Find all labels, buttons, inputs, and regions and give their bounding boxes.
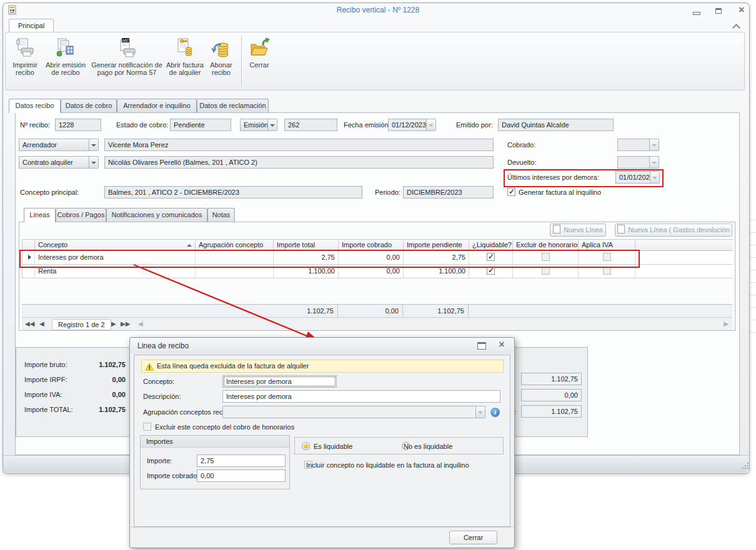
aplica-iva-checkbox[interactable] (603, 267, 611, 275)
nueva-linea-button[interactable]: Nueva Línea (550, 223, 606, 237)
restore-button[interactable] (712, 6, 726, 16)
nav-prev-icon[interactable]: ◀ (39, 318, 44, 330)
ribbon-button-label: Abrir factura de alquiler (164, 61, 206, 76)
tab-notas[interactable]: Notas (207, 208, 235, 222)
ultimos-intereses-field[interactable]: 01/01/2024 (615, 171, 650, 184)
cobrado-arrow[interactable] (649, 139, 659, 151)
header-cell-liquidable[interactable]: ¿Liquidable? (469, 239, 513, 251)
cobrado-field[interactable] (617, 139, 650, 151)
liquidable-radio-group: Es liquidable No es liquidable (294, 437, 504, 454)
minimize-button[interactable] (690, 6, 704, 16)
dlg-agrupacion-combo[interactable] (222, 406, 476, 418)
emision-numero-field[interactable]: 262 (284, 119, 337, 131)
tab-arrendador-inquilino[interactable]: Arrendador e inquilino (117, 99, 197, 112)
cell-importe-pendiente[interactable]: 2,75 (404, 251, 469, 265)
tab-notificaciones[interactable]: Notificaciones y comunicados (106, 208, 207, 222)
excluir-honorarios-checkbox[interactable] (542, 267, 550, 275)
num-recibo-label: Nº recibo: (20, 119, 50, 131)
print-receipt-icon (11, 37, 39, 60)
header-cell-aplica-iva[interactable]: Aplica IVA (579, 239, 635, 251)
fecha-emision-field[interactable]: 01/12/2023 (388, 119, 427, 131)
header-cell-importe-pendiente[interactable]: Importe pendiente (404, 239, 469, 251)
info-icon[interactable]: i (490, 408, 500, 417)
tab-datos-recibo[interactable]: Datos recibo (9, 99, 61, 113)
contrato-combo-arrow[interactable] (89, 156, 99, 169)
devuelto-field[interactable] (617, 156, 650, 169)
nav-last-icon[interactable]: ▶▶ (121, 318, 130, 330)
cell-agrupacion[interactable] (196, 251, 274, 265)
arrendador-combo-arrow[interactable] (89, 139, 99, 151)
header-cell-importe-cobrado[interactable]: Importe cobrado (339, 239, 404, 251)
generar-factura-label: Generar factura al inquilino (519, 186, 601, 199)
importe-iva-label: Importe IVA: (24, 388, 62, 401)
header-cell-concepto[interactable]: Concepto (35, 239, 196, 251)
emitido-por-field[interactable]: David Quintas Alcalde (498, 119, 614, 131)
estado-cobro-field[interactable]: Pendiente (170, 119, 231, 131)
cell-agrupacion[interactable] (196, 265, 274, 278)
cell-importe-total[interactable]: 2,75 (274, 251, 339, 265)
liquidable-checkbox[interactable] (487, 253, 495, 261)
arrendador-combo[interactable]: Arrendador (19, 139, 89, 151)
dialog-titlebar[interactable]: Linea de recibo (131, 338, 514, 354)
dlg-excluir-checkbox[interactable] (143, 423, 151, 431)
cell-importe-pendiente[interactable]: 1.100,00 (404, 265, 469, 278)
grid-row-renta[interactable]: Renta 1.100,00 0,00 1.100,00 (22, 265, 733, 278)
dlg-importe-field[interactable]: 2,75 (197, 454, 286, 467)
tab-datos-de-cobro[interactable]: Datos de cobro (61, 99, 117, 112)
ribbon-tab-principal[interactable]: Principal (9, 19, 54, 33)
periodo-field[interactable]: DICIEMBRE/2023 (403, 186, 494, 199)
dlg-concepto-field[interactable]: Intereses por demora (222, 375, 337, 388)
ribbon-button-imprimir-recibo[interactable]: Imprimir recibo (11, 36, 39, 86)
header-cell-excluir-honorarios[interactable]: Excluir de honorarios (513, 239, 579, 251)
dlg-importe-cobrado-field[interactable]: 0,00 (197, 469, 286, 482)
excluir-honorarios-checkbox[interactable] (542, 253, 550, 261)
scroll-left-icon[interactable]: ◀ (138, 318, 143, 330)
cell-importe-cobrado[interactable]: 0,00 (339, 265, 404, 278)
ribbon-button-cerrar[interactable]: Cerrar (246, 36, 273, 86)
arrendador-field[interactable]: Vicente Mora Perez (104, 139, 494, 151)
num-recibo-field[interactable]: 1228 (55, 119, 101, 131)
nav-first-icon[interactable]: ◀◀ (25, 318, 34, 330)
nav-next-icon[interactable]: ▶ (111, 318, 116, 330)
nueva-linea-gastos-button[interactable]: Nueva Línea ( Gastos devolución ) (615, 223, 732, 237)
cell-importe-cobrado[interactable]: 0,00 (339, 251, 404, 265)
header-cell-agrupacion[interactable]: Agrupación concepto (196, 239, 274, 251)
header-cell-importe-total[interactable]: Importe total (274, 239, 339, 251)
liquidable-checkbox[interactable] (487, 267, 495, 275)
tab-lineas[interactable]: Lineas (24, 208, 56, 222)
ribbon-button-abonar-recibo[interactable]: Abonar recibo (207, 36, 236, 86)
grid-row-intereses[interactable]: Intereses por demora 2,75 0,00 2,75 (22, 251, 733, 265)
importe-total-label: Importe TOTAL: (24, 403, 73, 416)
cell-importe-total[interactable]: 1.100,00 (274, 265, 339, 278)
cell-concepto[interactable]: Intereses por demora (35, 251, 196, 265)
dlg-agrupacion-arrow[interactable] (475, 406, 485, 418)
emitido-por-label: Emitido por: (456, 119, 493, 131)
emision-combo[interactable]: Emisión (240, 119, 268, 131)
dialog-close-icon[interactable] (496, 340, 507, 350)
resize-grip[interactable] (742, 468, 744, 469)
ribbon-button-abrir-factura[interactable]: Abrir factura de alquiler (164, 36, 206, 86)
cell-concepto[interactable]: Renta (35, 265, 196, 278)
norma57-notification-icon: N57 (91, 37, 163, 60)
ultimos-intereses-arrow[interactable] (650, 171, 660, 184)
dlg-excluir-label: Excluir este concepto del cobro de honor… (155, 421, 294, 433)
contrato-combo[interactable]: Contrato alquiler (19, 156, 89, 169)
aplica-iva-checkbox[interactable] (603, 253, 611, 261)
generar-factura-checkbox[interactable] (507, 188, 515, 196)
contrato-field[interactable]: Nicolás Olivares Perelló (Balmes, 201 , … (104, 156, 494, 169)
ribbon-button-abrir-emision[interactable]: Abrir emisión de recibo (42, 36, 89, 86)
close-button[interactable] (735, 5, 749, 15)
dialog-cerrar-button[interactable]: Cerrar (449, 531, 497, 544)
ribbon-button-norma57[interactable]: N57 Generar notificación de pago por Nor… (91, 36, 163, 86)
dlg-descripcion-field[interactable]: Intereses por demora (222, 390, 500, 403)
devuelto-arrow[interactable] (649, 156, 659, 169)
tab-cobros-pagos[interactable]: Cobros / Pagos (56, 208, 106, 222)
scroll-right-icon[interactable]: ▶ (724, 318, 729, 330)
concepto-principal-field[interactable]: Balmes, 201 , ATICO 2 - DICIEMBRE/2023 (104, 186, 362, 199)
dialog-restore-icon[interactable] (477, 342, 486, 350)
tab-datos-reclamacion[interactable]: Datos de reclamación (197, 99, 269, 112)
fecha-emision-arrow[interactable] (426, 119, 436, 131)
es-liquidable-radio[interactable] (302, 442, 310, 450)
linea-recibo-dialog: Linea de recibo Esta línea queda excluid… (129, 337, 515, 548)
emision-combo-arrow[interactable] (267, 119, 277, 131)
